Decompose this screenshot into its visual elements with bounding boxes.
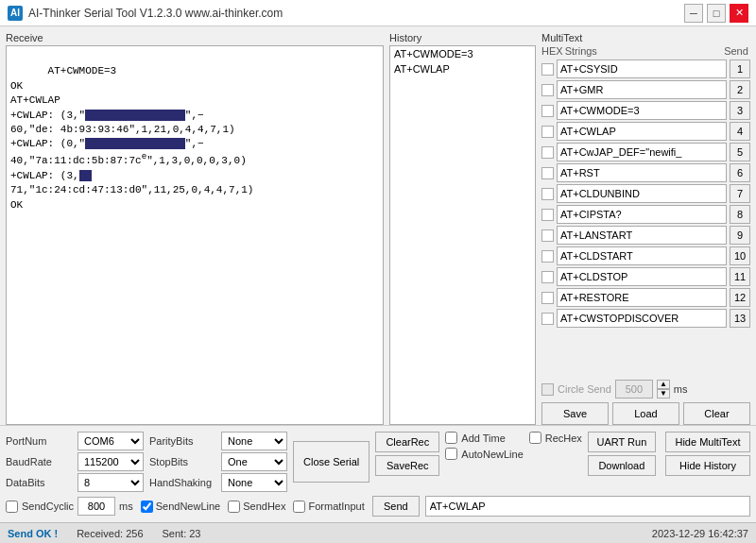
stopbits-label: StopBits xyxy=(149,456,217,467)
multitext-input-13[interactable] xyxy=(557,309,727,328)
multitext-row: 2 xyxy=(541,80,750,99)
multitext-checkbox-7[interactable] xyxy=(541,188,554,200)
clearrec-button[interactable]: ClearRec xyxy=(375,432,439,452)
history-item[interactable]: AT+CWLAP xyxy=(390,61,535,76)
multitext-checkbox-9[interactable] xyxy=(541,229,554,242)
multitext-checkbox-1[interactable] xyxy=(541,63,554,76)
receive-text: AT+CWMODE=3 OK AT+CWLAP +CWLAP: (3," ",−… xyxy=(10,65,253,210)
paritybits-select[interactable]: None xyxy=(221,432,287,450)
hide-history-button[interactable]: Hide History xyxy=(665,455,750,476)
multitext-send-btn-7[interactable]: 7 xyxy=(730,184,750,203)
multitext-send-btn-4[interactable]: 4 xyxy=(730,122,750,141)
uart-run-button[interactable]: UART Run xyxy=(588,432,656,452)
rechex-col: RecHex xyxy=(529,432,582,444)
save-load-clear-row: Save Load Clear xyxy=(541,402,750,425)
title-bar-controls: ─ □ ✕ xyxy=(684,4,748,23)
databits-select[interactable]: 8 xyxy=(77,473,144,492)
send-col-header: Send xyxy=(722,45,750,57)
title-bar-title: AI-Thinker Serial Tool V1.2.3.0 www.ai-t… xyxy=(28,7,283,20)
multitext-checkbox-3[interactable] xyxy=(541,105,554,117)
multitext-checkbox-5[interactable] xyxy=(541,146,554,159)
receive-label: Receive xyxy=(6,32,384,43)
sendhex-checkbox[interactable] xyxy=(228,501,240,513)
multitext-send-btn-13[interactable]: 13 xyxy=(730,309,750,328)
load-button[interactable]: Load xyxy=(612,402,679,425)
clear-button[interactable]: Clear xyxy=(683,402,750,425)
send-row: Send xyxy=(372,496,750,517)
receive-textarea[interactable]: AT+CWMODE=3 OK AT+CWLAP +CWLAP: (3," ",−… xyxy=(6,45,384,425)
multitext-send-btn-2[interactable]: 2 xyxy=(730,80,750,99)
multitext-send-btn-11[interactable]: 11 xyxy=(730,267,750,286)
multitext-send-btn-6[interactable]: 6 xyxy=(730,163,750,182)
multitext-send-btn-9[interactable]: 9 xyxy=(730,226,750,245)
multitext-input-9[interactable] xyxy=(557,226,727,245)
multitext-send-btn-1[interactable]: 1 xyxy=(730,59,750,78)
multitext-send-btn-10[interactable]: 10 xyxy=(730,246,750,265)
sendcyclic-ms-label: ms xyxy=(119,501,133,512)
hex-col-header: HEX xyxy=(541,45,563,57)
stopbits-select[interactable]: One xyxy=(221,452,287,471)
multitext-checkbox-13[interactable] xyxy=(541,313,554,325)
history-label: History xyxy=(389,32,536,43)
multitext-checkbox-4[interactable] xyxy=(541,126,554,138)
multitext-checkbox-12[interactable] xyxy=(541,292,554,304)
circle-send-spinner: ▲ ▼ xyxy=(657,380,670,399)
circle-send-checkbox[interactable] xyxy=(541,383,554,396)
spinner-up[interactable]: ▲ xyxy=(657,380,670,389)
multitext-input-8[interactable] xyxy=(557,205,727,224)
multitext-row: 12 xyxy=(541,288,750,307)
portnum-select[interactable]: COM6 xyxy=(77,432,144,450)
multitext-row: 4 xyxy=(541,122,750,141)
multitext-cols: HEX Strings Send xyxy=(541,45,750,57)
rechex-checkbox[interactable] xyxy=(529,432,541,444)
autonewline-checkbox[interactable] xyxy=(445,448,457,460)
send-input[interactable] xyxy=(425,496,750,517)
send-button[interactable]: Send xyxy=(372,496,420,517)
history-item[interactable]: AT+CWMODE=3 xyxy=(390,46,535,61)
circle-send-input[interactable] xyxy=(615,380,653,399)
multitext-input-6[interactable] xyxy=(557,163,727,182)
multitext-send-btn-3[interactable]: 3 xyxy=(730,101,750,120)
save-button[interactable]: Save xyxy=(541,402,609,425)
formatinput-checkbox[interactable] xyxy=(293,501,305,513)
multitext-input-12[interactable] xyxy=(557,288,727,307)
multitext-send-btn-5[interactable]: 5 xyxy=(730,143,750,161)
multitext-input-5[interactable] xyxy=(557,143,727,161)
maximize-button[interactable]: □ xyxy=(707,4,726,23)
multitext-input-10[interactable] xyxy=(557,246,727,265)
sendcyclic-checkbox[interactable] xyxy=(6,501,18,513)
multitext-checkbox-11[interactable] xyxy=(541,271,554,283)
formatinput-label: FormatInput xyxy=(308,501,364,512)
multitext-input-4[interactable] xyxy=(557,122,727,141)
baudrate-row: BaudRate 115200 xyxy=(6,452,144,471)
close-button[interactable]: ✕ xyxy=(730,4,748,23)
port-settings: PortNum COM6 BaudRate 115200 DataBits 8 xyxy=(6,432,144,492)
multitext-row: 10 xyxy=(541,246,750,265)
multitext-input-2[interactable] xyxy=(557,80,727,99)
handshaking-select[interactable]: None xyxy=(221,473,287,492)
multitext-checkbox-10[interactable] xyxy=(541,250,554,263)
hide-multitext-button[interactable]: Hide MultiText xyxy=(665,432,750,452)
close-serial-button[interactable]: Close Serial xyxy=(293,441,369,483)
sendcyclic-ms-input[interactable] xyxy=(77,497,115,516)
multitext-row: 5 xyxy=(541,143,750,161)
sendnewline-checkbox[interactable] xyxy=(141,501,153,513)
download-button[interactable]: Download xyxy=(588,455,656,476)
saverec-button[interactable]: SaveRec xyxy=(375,455,439,476)
history-list[interactable]: AT+CWMODE=3AT+CWLAP xyxy=(389,45,536,425)
multitext-send-btn-8[interactable]: 8 xyxy=(730,205,750,224)
spinner-down[interactable]: ▼ xyxy=(657,389,670,399)
multitext-input-11[interactable] xyxy=(557,267,727,286)
multitext-input-1[interactable] xyxy=(557,59,727,78)
multitext-input-7[interactable] xyxy=(557,184,727,203)
datetime-status: 2023-12-29 16:42:37 xyxy=(652,528,748,539)
minimize-button[interactable]: ─ xyxy=(684,4,703,23)
addtime-checkbox[interactable] xyxy=(445,432,457,444)
multitext-send-btn-12[interactable]: 12 xyxy=(730,288,750,307)
multitext-input-3[interactable] xyxy=(557,101,727,120)
baudrate-select[interactable]: 115200 xyxy=(77,452,144,471)
multitext-checkbox-8[interactable] xyxy=(541,209,554,221)
status-bar: Send OK ! Received: 256 Sent: 23 2023-12… xyxy=(0,522,756,543)
multitext-checkbox-6[interactable] xyxy=(541,167,554,179)
multitext-checkbox-2[interactable] xyxy=(541,84,554,96)
